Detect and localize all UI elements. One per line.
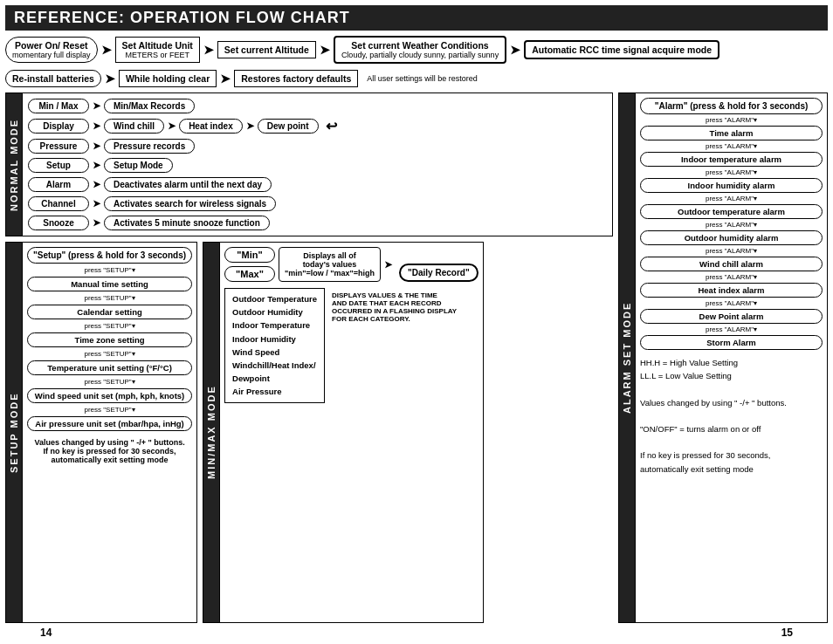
while-holding-box: While holding clear [119, 70, 217, 87]
press-setup-4: press "SETUP"▾ [27, 350, 192, 358]
nm-action-channel: Activates search for wireless signals [104, 196, 276, 211]
max-btn: "Max" [224, 266, 275, 282]
alarm-item-time: Time alarm [640, 126, 823, 140]
alarm-notes: HH.H = High Value Setting LL.L = Low Val… [640, 356, 823, 476]
nm-row-pressure: Pressure ➤ Pressure records [28, 139, 607, 154]
setup-item-tempunit: Temperature unit setting (°F/°C) [27, 360, 192, 375]
nm-loop-arrow: ↩ [326, 118, 337, 134]
daily-record-btn: "Daily Record" [399, 264, 478, 282]
setup-title: "Setup" (press & hold for 3 seconds) [27, 247, 192, 264]
press-alarm-9: press "ALARM"▾ [640, 325, 823, 333]
nm-action-snooze: Activates 5 minute snooze function [104, 216, 270, 230]
nm-btn-pressure: Pressure [28, 139, 89, 154]
nm-action-minmax: Min/Max Records [104, 99, 195, 113]
press-alarm-2: press "ALARM"▾ [640, 142, 823, 150]
press-setup-5: press "SETUP"▾ [27, 378, 192, 386]
press-setup-3: press "SETUP"▾ [27, 322, 192, 330]
setup-item-manual: Manual time setting [27, 277, 192, 291]
setup-note: Values changed by using " -/+ " buttons.… [27, 438, 192, 464]
press-alarm-6: press "ALARM"▾ [640, 247, 823, 255]
press-setup-2: press "SETUP"▾ [27, 294, 192, 302]
nm-btn-channel: Channel [28, 196, 89, 211]
nm-btn-display: Display [28, 119, 89, 134]
nm-row-snooze: Snooze ➤ Activates 5 minute snooze funct… [28, 216, 607, 230]
arrow1: ➤ [100, 43, 114, 57]
page-num-right: 15 [781, 627, 793, 639]
nm-action-dewpoint: Dew point [258, 119, 319, 134]
minmax-items: Outdoor Temperature Outdoor Humidity Ind… [224, 288, 325, 403]
minmax-item: Wind Speed [232, 346, 317, 359]
auto-rcc-box: Automatic RCC time signal acquire mode [524, 40, 719, 59]
alarm-item-indoor-temp: Indoor temperature alarm [640, 152, 823, 167]
nm-row-channel: Channel ➤ Activates search for wireless … [28, 196, 607, 211]
press-alarm-3: press "ALARM"▾ [640, 168, 823, 176]
setup-item-calendar: Calendar setting [27, 305, 192, 319]
set-altitude-box: Set Altitude Unit METERS or FEET [115, 37, 200, 63]
setup-mode-label: SETUP MODE [5, 242, 23, 623]
minmax-item: Indoor Humidity [232, 332, 317, 346]
nm-row-alarm: Alarm ➤ Deactivates alarm until the next… [28, 177, 607, 192]
press-alarm-8: press "ALARM"▾ [640, 299, 823, 307]
displays-note: DISPLAYS VALUES & THE TIMEAND DATE THAT … [328, 288, 460, 403]
power-on-box: Power On/ Reset momentary full display [5, 37, 98, 63]
nm-action-setup: Setup Mode [104, 158, 173, 173]
press-alarm-5: press "ALARM"▾ [640, 221, 823, 229]
page-numbers: 14 15 [5, 627, 828, 639]
normal-mode-box: Min / Max ➤ Min/Max Records Display ➤ Wi… [23, 92, 613, 236]
minmax-item: Windchill/Heat Index/Dewpoint [232, 359, 317, 385]
alarm-mode-label: ALARM SET MODE [618, 92, 636, 623]
normal-mode-label: NORMAL MODE [5, 92, 23, 236]
nm-row-setup: Setup ➤ Setup Mode [28, 158, 607, 173]
minmax-item: Outdoor Temperature [232, 292, 317, 305]
page-num-left: 14 [40, 627, 52, 639]
setup-item-windunit: Wind speed unit set (mph, kph, knots) [27, 388, 192, 403]
alarm-item-storm: Storm Alarm [640, 335, 823, 350]
nm-btn-setup: Setup [28, 158, 89, 173]
nm-btn-minmax: Min / Max [28, 99, 89, 113]
minmax-item: Indoor Temperature [232, 319, 317, 332]
nm-btn-alarm: Alarm [28, 177, 89, 192]
minmax-item: Air Pressure [232, 385, 317, 398]
arrow3: ➤ [318, 43, 332, 57]
min-btn: "Min" [224, 247, 275, 263]
alarm-item-outdoor-humidity: Outdoor humidity alarm [640, 230, 823, 245]
press-alarm-7: press "ALARM"▾ [640, 273, 823, 281]
press-alarm-4: press "ALARM"▾ [640, 195, 823, 202]
minmax-mode-section: MIN/MAX MODE "Min" "Max" Displays all of… [203, 242, 484, 623]
alarm-mode-box: "Alarm" (press & hold for 3 seconds) pre… [636, 92, 828, 623]
alarm-item-windchill: Wind chill alarm [640, 257, 823, 271]
press-setup-6: press "SETUP"▾ [27, 406, 192, 414]
nm-action-windchill: Wind chill [104, 119, 164, 134]
alarm-item-outdoor-temp: Outdoor temperature alarm [640, 204, 823, 219]
page-title: REFERENCE: OPERATION FLOW CHART [5, 5, 828, 31]
set-current-alt-box: Set current Altitude [217, 41, 316, 58]
press-setup-1: press "SETUP"▾ [27, 266, 192, 274]
setup-item-timezone: Time zone setting [27, 332, 192, 347]
setup-mode-box: "Setup" (press & hold for 3 seconds) pre… [23, 242, 197, 623]
restore-box: Restores factory defaults [234, 70, 358, 87]
alarm-item-dewpoint: Dew Point alarm [640, 309, 823, 324]
arrow4: ➤ [508, 43, 522, 57]
restore-sub: All user settings will be restored [367, 74, 478, 83]
reinstall-box: Re-install batteries [5, 70, 101, 87]
nm-row-display: Display ➤ Wind chill ➤ Heat index ➤ Dew … [28, 118, 607, 134]
alarm-item-heatindex: Heat index alarm [640, 283, 823, 298]
minmax-item: Outdoor Humidity [232, 305, 317, 319]
setup-mode-section: SETUP MODE "Setup" (press & hold for 3 s… [5, 242, 197, 623]
nm-action-alarm: Deactivates alarm until the next day [104, 177, 272, 192]
alarm-title: "Alarm" (press & hold for 3 seconds) [640, 98, 823, 114]
minmax-desc: Displays all oftoday's values"min"=low /… [279, 247, 381, 282]
alarm-item-indoor-humidity: Indoor humidity alarm [640, 178, 823, 193]
arrow5: ➤ [103, 72, 117, 86]
arrow6: ➤ [218, 72, 232, 86]
minmax-mode-box: "Min" "Max" Displays all oftoday's value… [220, 242, 484, 623]
arrow2: ➤ [202, 43, 216, 57]
nm-row-minmax: Min / Max ➤ Min/Max Records [28, 99, 607, 113]
nm-btn-snooze: Snooze [28, 216, 89, 230]
press-alarm-1: press "ALARM"▾ [640, 116, 823, 124]
minmax-mode-label: MIN/MAX MODE [203, 242, 220, 623]
alarm-mode-section: ALARM SET MODE "Alarm" (press & hold for… [618, 92, 828, 623]
normal-mode-section: NORMAL MODE Min / Max ➤ Min/Max Records … [5, 92, 613, 236]
setup-item-airunit: Air pressure unit set (mbar/hpa, inHg) [27, 416, 192, 431]
nm-action-pressure: Pressure records [104, 139, 195, 154]
